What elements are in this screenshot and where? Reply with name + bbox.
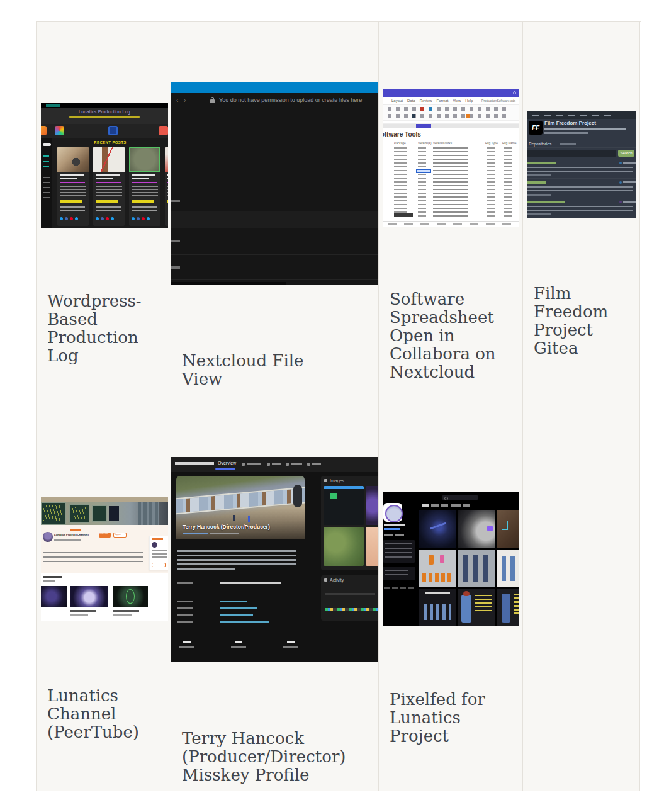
nextcloud-file-list: ‹ › You do not have permission to upload… [171,93,379,285]
sheet-area: Software Tools Package Version(s) Versio… [383,128,519,221]
gitea-thumbnail[interactable]: FF Film Freedom Project Repositories Sea… [527,111,636,218]
blog-header: Lunatics Production Log [41,108,168,124]
post-tile-orange-suits [419,550,456,587]
gallery-caption: Nextcloud File View [171,352,316,388]
post-tile-moon [458,510,495,548]
activity-line-placeholder [325,593,375,595]
banner-overlay-pill [293,485,302,507]
filename-fragment [171,240,180,242]
hover-row [171,211,379,228]
blue-app-icon [108,126,118,135]
repo-description-placeholder [527,186,633,191]
info-panel [383,567,415,580]
active-tab-underline [215,468,235,470]
profile-avatar [383,503,402,522]
merge-icon [466,114,470,118]
repo-description-placeholder [527,206,633,211]
continue-reading-button-placeholder [96,200,118,203]
image-thumb [324,486,364,525]
highlighted-row [394,213,413,217]
blog-title: Lunatics Production Log [41,108,168,114]
stat-placeholder [384,534,393,536]
collabora-thumbnail[interactable]: Layout Data Review Format View Help Prod… [383,89,519,227]
blog-sidebar [41,138,52,228]
row-divider [171,228,379,228]
profile-main-column: Terry Hancock (Director/Producer) [176,476,305,658]
repo-stats-placeholder [623,181,636,183]
wp-admin-bar [41,103,168,108]
repo-list-item [527,198,636,217]
video-thumbnail [70,586,108,607]
profile-bio-placeholder [177,568,235,570]
repo-updated-placeholder [527,194,551,196]
repo-updated-placeholder [527,213,551,215]
page-title-placeholder [175,462,214,465]
rainbow-app-icon [55,126,64,135]
banner-ceiling [41,497,168,502]
stat-followers [281,641,300,648]
column-label: Version(s) [418,142,432,145]
video-title-placeholder [113,610,139,612]
status-bar [383,221,519,227]
row-divider [171,254,379,255]
font-color-icon [420,107,424,111]
menu-item: Help [465,99,473,103]
profile-host-placeholder [210,533,239,534]
activity-chart [321,584,379,621]
images-grid [321,485,379,570]
owner-avatar [152,542,157,548]
channel-avatar [43,532,53,542]
gallery-caption: Lunatics Channel (PeerTube) [37,687,143,742]
tab-icon [267,463,270,466]
profile-handle-placeholder [384,528,400,530]
pixelfed-thumbnail[interactable] [383,492,519,626]
blog-tagline-placeholder [69,116,140,118]
search-button: Search [618,150,634,157]
production-log-thumbnail[interactable]: Lunatics Production Log RECENT POSTS [41,103,168,228]
continue-reading-button-placeholder [132,200,154,203]
menu-item: Review [420,99,432,103]
selected-cell [416,169,431,173]
figure-person [248,516,250,522]
nav-arrows-icon: ‹ › [176,97,188,104]
column-label: Pkg Type [485,142,498,145]
permission-notice: You do not have permission to upload or … [219,97,362,103]
peertube-thumbnail[interactable]: Lunatics Project (Channel) Subscribe Sup… [41,497,168,621]
lock-icon [210,99,215,103]
tab-label-placeholder [272,463,281,465]
stat-notes [177,641,196,648]
profile-stats [177,641,303,655]
continue-reading-button-placeholder [60,200,82,203]
profile-bio-placeholder [177,550,296,565]
post-tile-lineup [419,589,456,626]
share-icons [96,217,114,220]
profile-field-row [177,582,303,588]
tab-overview: Overview [218,461,236,465]
repo-name-placeholder [527,201,565,203]
misskey-thumbnail[interactable]: Overview Terry Hancock (Director/Produce… [171,457,379,662]
repo-search-row: Search [527,148,636,159]
pixelfed-sidebar [383,492,417,626]
recent-posts-heading: RECENT POSTS [52,140,168,144]
document-filename: ProductionSoftware.ods [481,99,515,102]
language-dot [619,162,622,164]
menu-item: View [453,99,461,103]
gallery-item-production-log: Lunatics Production Log RECENT POSTS [37,22,171,397]
images-panel-header: Images [321,476,379,485]
video-title-placeholder [70,610,96,612]
tab-secondary-placeholder [560,143,576,145]
gallery-caption: Pixelfed for Lunatics Project [379,691,489,745]
profile-banner: Terry Hancock (Director/Producer) [176,476,305,539]
subscribe-button: Subscribe [99,533,111,538]
activity-panel: Activity [321,575,379,621]
post-card [57,147,89,226]
videos-subheading-placeholder [43,580,55,582]
selected-column-header [416,124,431,128]
language-dot [619,181,622,184]
filename-fragment [171,200,180,202]
post-tile-turnaround [458,550,495,587]
column-headers [383,124,519,128]
nextcloud-thumbnail[interactable]: ‹ › You do not have permission to upload… [171,82,379,285]
image-thumb [366,527,379,566]
fill-icon [412,114,415,118]
